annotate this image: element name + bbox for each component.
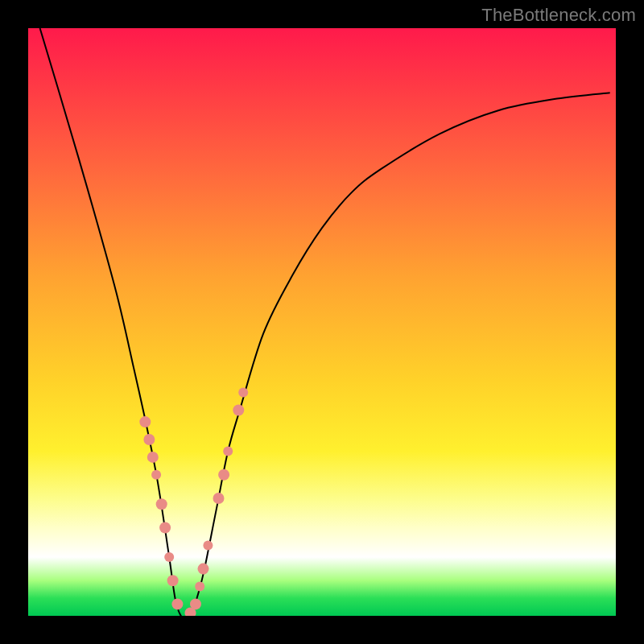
- curve-marker: [167, 575, 179, 586]
- curve-marker: [164, 552, 174, 562]
- curve-marker: [151, 470, 161, 480]
- curve-marker: [190, 598, 201, 609]
- curve-marker: [171, 598, 183, 609]
- curve-marker: [195, 582, 204, 592]
- watermark-text: TheBottleneck.com: [481, 5, 636, 26]
- curve-marker: [147, 452, 159, 463]
- plot-area: [28, 28, 616, 616]
- bottleneck-curve: [40, 28, 610, 616]
- curve-marker: [213, 493, 225, 504]
- chart-svg: [28, 28, 616, 616]
- curve-marker: [143, 434, 155, 445]
- curve-marker: [238, 388, 248, 398]
- curve-marker: [218, 469, 229, 481]
- curve-marker: [139, 416, 151, 427]
- curve-markers: [139, 388, 248, 616]
- chart-frame: TheBottleneck.com: [0, 0, 644, 644]
- curve-marker: [223, 447, 233, 456]
- curve-marker: [233, 405, 244, 416]
- curve-marker: [156, 498, 167, 510]
- curve-marker: [203, 540, 213, 550]
- curve-marker: [159, 522, 171, 534]
- curve-marker: [198, 564, 209, 575]
